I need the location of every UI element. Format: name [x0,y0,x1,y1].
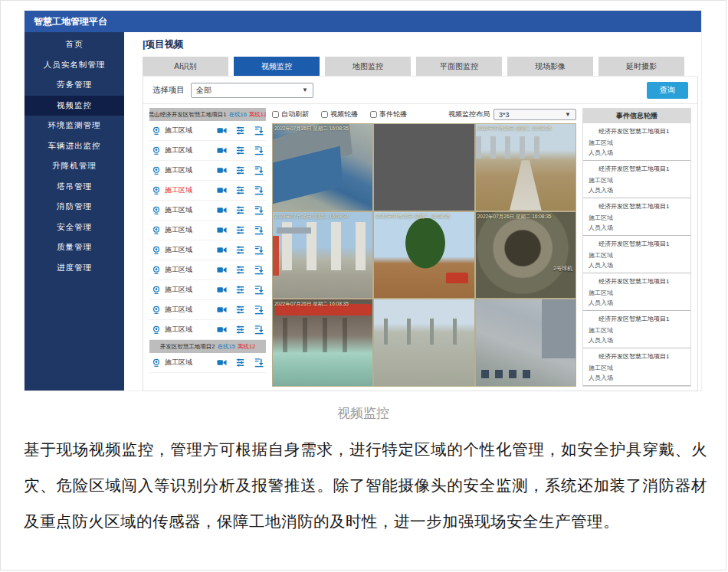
playlist-icon[interactable] [235,126,245,136]
camera-row[interactable]: 施工区域 [149,121,266,141]
video-cell-factory-crane[interactable]: 2022年07月26日 星期二 16:08:35 [273,299,372,386]
download-icon[interactable] [254,185,264,195]
playlist-icon[interactable] [235,325,245,335]
event-item[interactable]: 经济开发区智慧工地项目1 施工区域 人员入场 [583,348,690,386]
video-cell-gantry-crane[interactable]: 2022年07月26日 星期二 16:08:34 [273,212,372,299]
download-icon[interactable] [254,225,264,235]
auto-refresh-option[interactable]: 自动刷新 [272,109,309,119]
timestamp-overlay: 2022年07月26日 星期二 16:08:35 [477,126,552,132]
videocam-icon[interactable] [217,185,227,195]
playlist-icon[interactable] [235,145,245,155]
playlist-icon[interactable] [235,285,245,295]
sidebar-item-elevator[interactable]: 升降机管理 [25,156,124,177]
videocam-icon[interactable] [217,225,227,235]
video-cell-shaft[interactable]: 2022年07月26日 星期二 16:08:35 2号球机 [476,212,576,299]
playlist-icon[interactable] [235,225,245,235]
playlist-icon[interactable] [235,358,245,368]
video-cell-street[interactable] [476,299,576,386]
playlist-icon[interactable] [235,165,245,175]
sidebar-item-fire[interactable]: 消防管理 [25,197,124,217]
playlist-icon[interactable] [235,265,245,275]
camera-row[interactable]: 施工区域 [149,141,266,161]
playlist-icon[interactable] [235,245,245,255]
event-carousel-option[interactable]: 事件轮播 [370,109,407,119]
download-icon[interactable] [254,165,264,175]
camera-row[interactable]: 施工区域 [149,353,266,373]
camera-row-actions [217,305,264,315]
event-item[interactable]: 经济开发区智慧工地项目1 施工区域 人员入场 [583,161,690,198]
download-icon[interactable] [254,126,264,136]
event-carousel-checkbox[interactable] [370,111,377,118]
video-cell-tree-excavator[interactable]: 2022年07月26日 星期二 16:08:35 [374,212,474,299]
video-cell-road-piers[interactable]: 2022年07月26日 星期二 16:08:35 [476,124,576,211]
download-icon[interactable] [254,205,264,215]
tab-floorplan-monitor[interactable]: 平面图监控 [416,57,502,76]
video-cell-container-site[interactable]: 2022年07月26日 星期二 16:08:35 [273,124,372,211]
video-cell-yard[interactable] [374,299,474,386]
videocam-icon[interactable] [217,126,227,136]
videocam-icon[interactable] [217,358,227,368]
video-carousel-label: 视频轮播 [330,109,358,119]
videocam-icon[interactable] [217,265,227,275]
camera-row[interactable]: 施工区域 [149,300,266,320]
camera-row[interactable]: 施工区域 [149,201,266,221]
video-carousel-checkbox[interactable] [321,111,328,118]
download-icon[interactable] [254,305,264,315]
tab-video-monitor[interactable]: 视频监控 [234,57,320,76]
download-icon[interactable] [254,325,264,335]
auto-refresh-checkbox[interactable] [272,111,279,118]
sidebar-item-tower-crane[interactable]: 塔吊管理 [25,177,124,198]
sidebar-item-home[interactable]: 首页 [25,34,124,55]
camera-row[interactable]: 施工区域 [149,320,266,340]
download-icon[interactable] [254,145,264,155]
sidebar-item-quality[interactable]: 质量管理 [25,237,124,258]
videocam-icon[interactable] [217,325,227,335]
event-item[interactable]: 经济开发区智慧工地项目1 施工区域 人员入场 [583,236,690,273]
playlist-icon[interactable] [235,185,245,195]
panel-content: 昆山经济开发区智慧工地项目1 在线16 离线12 施工区域 [143,104,697,391]
videocam-icon[interactable] [217,305,227,315]
sidebar-item-labor[interactable]: 劳务管理 [25,75,124,96]
tab-map-monitor[interactable]: 地图监控 [325,57,411,76]
videocam-icon[interactable] [217,245,227,255]
download-icon[interactable] [254,245,264,255]
event-carousel-label: 事件轮播 [379,109,407,119]
videocam-icon[interactable] [217,205,227,215]
event-item[interactable]: 经济开发区智慧工地项目1 施工区域 人员入场 [583,311,690,348]
project-select[interactable]: 全部 ▼ [191,83,313,98]
download-icon[interactable] [254,285,264,295]
sidebar-item-video-monitor[interactable]: 视频监控 [25,96,124,116]
camera-row[interactable]: 施工区域 [149,240,266,260]
playlist-icon[interactable] [235,205,245,215]
sidebar-item-personnel[interactable]: 人员实名制管理 [25,55,124,76]
main-content: |项目视频 AI识别 视频监控 地图监控 平面图监控 现场影像 延时摄影 选择项… [124,32,701,391]
sidebar-item-vehicle[interactable]: 车辆进出监控 [25,136,124,157]
sidebar-item-safety[interactable]: 安全管理 [25,217,124,238]
layout-select[interactable]: 3*3 ▼ [494,109,576,120]
search-button[interactable]: 查询 [647,82,688,99]
videocam-icon[interactable] [217,285,227,295]
video-cell-offline[interactable] [374,124,474,211]
tab-timelapse[interactable]: 延时摄影 [598,57,684,76]
event-item-area: 施工区域 [589,175,685,185]
download-icon[interactable] [254,265,264,275]
event-item[interactable]: 经济开发区智慧工地项目1 施工区域 人员入场 [583,123,690,161]
video-carousel-option[interactable]: 视频轮播 [321,109,358,119]
videocam-icon[interactable] [217,145,227,155]
sidebar-item-progress[interactable]: 进度管理 [25,258,124,279]
sidebar-item-environment[interactable]: 环境监测管理 [25,116,124,136]
tab-site-images[interactable]: 现场影像 [507,57,593,76]
download-icon[interactable] [254,358,264,368]
tab-ai-recognition[interactable]: AI识别 [143,57,228,76]
playlist-icon[interactable] [235,305,245,315]
videocam-icon[interactable] [217,165,227,175]
camera-row[interactable]: 施工区域 [149,260,266,280]
camera-row-offline[interactable]: 施工区域 [149,181,266,201]
event-item[interactable]: 经济开发区智慧工地项目1 施工区域 人员入场 [583,273,690,311]
camera-row[interactable]: 施工区域 [149,221,266,240]
event-item[interactable]: 经济开发区智慧工地项目1 施工区域 人员入场 [583,198,690,236]
webcam-icon [152,306,161,315]
camera-row[interactable]: 施工区域 [149,161,266,181]
camera-row[interactable]: 施工区域 [149,280,266,300]
event-item-title: 经济开发区智慧工地项目1 [589,127,685,136]
